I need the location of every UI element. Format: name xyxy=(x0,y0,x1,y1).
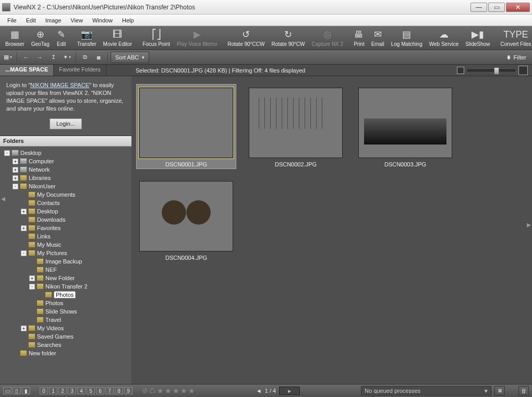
tree-node[interactable]: My Documents xyxy=(1,190,130,199)
menu-window[interactable]: Window xyxy=(88,16,117,25)
star-icon[interactable]: ★ xyxy=(188,387,195,395)
trash-button[interactable]: 🗑 xyxy=(518,386,529,395)
tool-print[interactable]: 🖶Print xyxy=(350,28,368,49)
tree-node[interactable]: -NikonUser xyxy=(1,182,130,190)
label-button-8[interactable]: 8 xyxy=(115,387,123,394)
thumbnail[interactable]: DSCN0003.JPG xyxy=(356,85,455,169)
tool-rotate-cw[interactable]: ↻Rotate 90°CW xyxy=(269,28,308,49)
thumbnail[interactable]: DSCN0001.JPG xyxy=(137,85,236,169)
tool-slideshow[interactable]: ▶▮SlideShow xyxy=(462,28,493,49)
thumbnail[interactable]: DSCN0002.JPG xyxy=(246,85,345,169)
star-icon[interactable]: ★ xyxy=(157,387,164,395)
expand-toggle[interactable]: + xyxy=(21,225,27,231)
tree-node[interactable]: +Network xyxy=(1,165,130,174)
clear-rating-icon[interactable]: ⊘ xyxy=(142,387,148,395)
star-icon[interactable]: ★ xyxy=(180,387,187,395)
label-button-5[interactable]: 5 xyxy=(87,387,95,394)
tool-focus-point[interactable]: ⎡⎦Focus Point xyxy=(139,28,173,49)
tree-node[interactable]: +Favorites xyxy=(1,224,130,232)
tree-node[interactable]: Image Backup xyxy=(1,257,130,266)
tool-log-matching[interactable]: ▤Log Matching xyxy=(388,28,426,49)
tool-web-service[interactable]: ☁Web Service xyxy=(426,28,462,49)
menu-edit[interactable]: Edit xyxy=(22,16,40,25)
expand-toggle[interactable]: - xyxy=(13,184,18,189)
tree-node[interactable]: Saved Games xyxy=(1,332,130,341)
close-button[interactable]: ✕ xyxy=(506,3,530,12)
maximize-button[interactable]: ▭ xyxy=(488,3,505,12)
tree-node[interactable]: +Computer xyxy=(1,157,130,165)
tree-node[interactable]: Contacts xyxy=(1,199,130,207)
label-button-2[interactable]: 2 xyxy=(58,387,67,394)
tree-node[interactable]: +New Folder xyxy=(1,274,130,282)
tree-node[interactable]: Slide Shows xyxy=(1,307,130,316)
expand-toggle[interactable]: + xyxy=(13,167,18,173)
tree-node[interactable]: NEF xyxy=(1,266,130,274)
label-button-9[interactable]: 9 xyxy=(124,387,132,394)
tree-node[interactable]: Searches xyxy=(1,341,130,349)
menu-view[interactable]: View xyxy=(66,16,87,25)
nav-up-button[interactable]: ↥ xyxy=(47,52,59,63)
star-icon[interactable]: ★ xyxy=(173,387,179,395)
expand-toggle[interactable]: + xyxy=(13,159,18,164)
tree-node[interactable]: -Desktop xyxy=(1,149,130,157)
tree-node[interactable]: My Music xyxy=(1,240,130,249)
footer-view-3[interactable]: ▮ xyxy=(22,387,30,394)
collapse-right-handle[interactable]: ▸ xyxy=(526,65,532,384)
expand-toggle[interactable]: + xyxy=(13,175,18,181)
thumbnail[interactable]: DSCN0004.JPG xyxy=(137,178,236,262)
tool-edit[interactable]: ✎Edit xyxy=(53,28,70,49)
tool-email[interactable]: ✉Email xyxy=(368,28,388,49)
tree-node[interactable]: +My Videos xyxy=(1,324,130,332)
cancel-queue-button[interactable]: ✖ xyxy=(494,386,505,395)
tool-geotag[interactable]: ⊕GeoTag xyxy=(28,28,53,49)
collapse-left-handle[interactable]: ◂ xyxy=(0,0,6,397)
tool-rotate-ccw[interactable]: ↺Rotate 90°CCW xyxy=(224,28,268,49)
thumbnail-area[interactable]: DSCN0001.JPGDSCN0002.JPGDSCN0003.JPGDSCN… xyxy=(131,76,532,384)
tree-node[interactable]: Travel xyxy=(1,316,130,324)
image-space-link[interactable]: NIKON IMAGE SPACE xyxy=(30,82,89,88)
slider-knob[interactable] xyxy=(494,67,499,75)
label-button-3[interactable]: 3 xyxy=(68,387,76,394)
expand-toggle[interactable]: - xyxy=(21,250,27,256)
login-button[interactable]: Login... xyxy=(50,118,82,129)
tree-node[interactable]: Photos xyxy=(1,291,130,299)
sort-button[interactable]: Sort ABC xyxy=(111,52,149,63)
favorite-folders-button[interactable]: ✦ xyxy=(61,52,73,63)
label-button-1[interactable]: 1 xyxy=(49,387,57,394)
label-button-4[interactable]: 4 xyxy=(77,387,86,394)
tree-node[interactable]: -My Pictures xyxy=(1,249,130,257)
label-button-0[interactable]: 0 xyxy=(40,387,48,394)
expand-toggle[interactable]: + xyxy=(21,326,27,331)
tool-movie-editor[interactable]: 🎞Movie Editor xyxy=(100,28,136,49)
folder-tree-container[interactable]: -Desktop+Computer+Network+Libraries-Niko… xyxy=(0,147,131,384)
nav-back-button[interactable]: ← xyxy=(20,52,32,63)
menu-help[interactable]: Help xyxy=(118,16,138,25)
expand-toggle[interactable]: + xyxy=(21,209,27,214)
expand-toggle[interactable]: + xyxy=(29,275,35,281)
tree-node[interactable]: -Nikon Transfer 2 xyxy=(1,282,130,291)
prev-button[interactable]: ◄ xyxy=(256,388,262,394)
menu-image[interactable]: Image xyxy=(41,16,66,25)
tree-node[interactable]: Links xyxy=(1,232,130,240)
tab-image-space[interactable]: ...MAGE SPACE xyxy=(0,65,54,76)
camera-button[interactable]: ◙ xyxy=(92,52,105,63)
tool-transfer[interactable]: 📷Transfer xyxy=(74,28,100,49)
tree-node[interactable]: Downloads xyxy=(1,215,130,224)
tool-convert-files[interactable]: TYPEConvert Files xyxy=(498,28,532,49)
thumb-size-slider[interactable] xyxy=(467,69,515,71)
footer-view-2[interactable]: ▯ xyxy=(13,387,21,394)
trash-rating-icon[interactable]: ♺ xyxy=(149,387,156,395)
tree-node[interactable]: Photos xyxy=(1,299,130,307)
process-queue[interactable]: No queued processes ▾ xyxy=(361,386,491,395)
copy-button[interactable]: ⧉ xyxy=(79,52,91,63)
thumb-small-button[interactable] xyxy=(457,67,464,74)
star-icon[interactable]: ★ xyxy=(165,387,172,395)
tree-node[interactable]: +Desktop xyxy=(1,207,130,215)
filter-button[interactable]: ⧯Filter xyxy=(503,52,530,63)
label-button-7[interactable]: 7 xyxy=(105,387,114,394)
label-button-6[interactable]: 6 xyxy=(96,387,104,394)
play-button[interactable]: ► xyxy=(279,387,300,395)
tree-node[interactable]: New folder xyxy=(1,349,130,357)
expand-toggle[interactable]: - xyxy=(29,284,35,290)
minimize-button[interactable]: — xyxy=(470,3,487,12)
